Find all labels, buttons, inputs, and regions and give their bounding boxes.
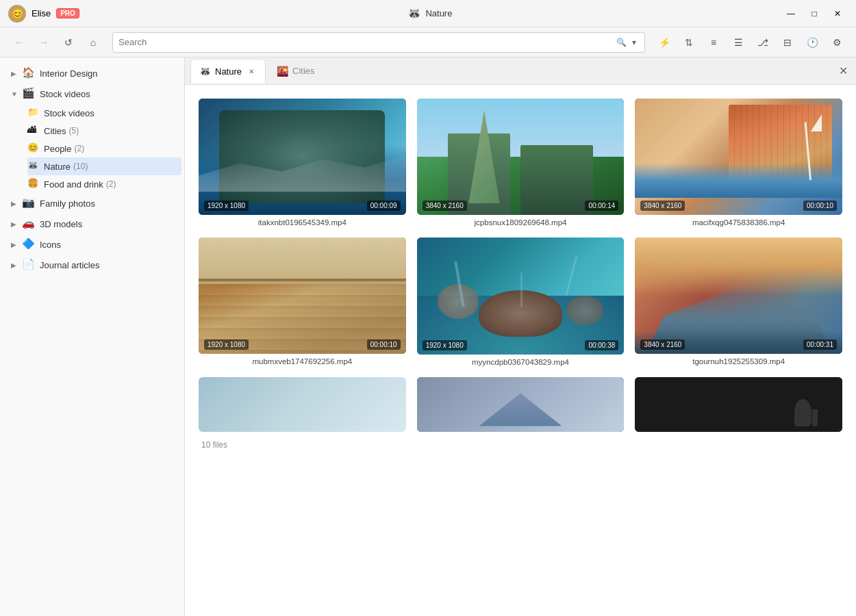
video-filename-3: macifxqg0475838386.mp4: [635, 218, 842, 227]
search-dropdown-button[interactable]: ▾: [629, 36, 639, 49]
food-drink-icon: 🍔: [27, 178, 40, 190]
journal-articles-icon: 📄: [22, 258, 36, 272]
video-filename-6: tgournuh1925255309.mp4: [635, 357, 842, 365]
sidebar-sub-item-stock-videos-folder[interactable]: 📁 Stock videos: [27, 104, 181, 122]
sidebar-item-stock-videos[interactable]: ▼ 🎬 Stock videos: [3, 84, 181, 104]
pro-badge: PRO: [56, 8, 79, 18]
tab-cities[interactable]: 🌇 Cities: [268, 59, 323, 84]
search-bar: 🔍 ▾: [112, 32, 645, 53]
minimize-button[interactable]: —: [781, 3, 801, 24]
people-icon: 😊: [27, 142, 40, 155]
thumbnail-5: 1920 x 1080 00:00:38: [417, 238, 625, 354]
chevron-right-icon-4: ▶: [11, 241, 22, 248]
tab-cities-label: Cities: [292, 66, 315, 76]
chevron-right-icon: ▶: [11, 70, 22, 77]
sidebar-item-3d-models[interactable]: ▶ 🚗 3D models: [3, 214, 181, 234]
video-duration-2: 00:00:14: [585, 201, 618, 211]
grid-item-7[interactable]: [199, 377, 406, 432]
thumbnail-9: [635, 377, 842, 432]
split-view-button[interactable]: ⊟: [777, 31, 798, 53]
grid-item-4[interactable]: 1920 x 1080 00:00:10 mubmxveb1747692256.…: [199, 238, 406, 365]
video-resolution-5: 1920 x 1080: [423, 340, 467, 350]
refresh-button[interactable]: ↺: [58, 31, 79, 53]
close-button[interactable]: ✕: [827, 3, 848, 24]
sidebar-sub-label-stock-videos-folder: Stock videos: [44, 108, 95, 118]
sidebar-sub-label-nature: Nature: [44, 162, 71, 172]
video-filename-2: jcpbsnux1809269648.mp4: [417, 218, 625, 227]
tab-nature-label: Nature: [215, 66, 242, 77]
video-preview-4: [199, 238, 406, 354]
grid-item-9[interactable]: [635, 377, 842, 432]
thumbnail-8: [417, 377, 625, 432]
video-filename-1: itakxnbt0196545349.mp4: [199, 218, 406, 227]
video-preview-5: [417, 238, 625, 354]
menu-button[interactable]: ☰: [727, 31, 749, 53]
toolbar: ← → ↺ ⌂ 🔍 ▾ ⚡ ⇅ ≡ ☰ ⎇ ⊟ 🕐 ⚙: [0, 27, 856, 57]
search-button[interactable]: 🔍: [614, 36, 629, 49]
video-duration-1: 00:00:09: [367, 201, 401, 211]
sidebar-item-journal-articles[interactable]: ▶ 📄 Journal articles: [3, 255, 181, 275]
history-button[interactable]: 🕐: [801, 31, 823, 53]
video-resolution-6: 3840 x 2160: [640, 339, 685, 350]
family-photos-icon: 📷: [22, 196, 36, 210]
video-resolution-4: 1920 x 1080: [204, 339, 249, 350]
sidebar-label-interior-design: Interior Design: [40, 68, 173, 79]
grid-item-6[interactable]: 3840 x 2160 00:00:31 tgournuh1925255309.…: [635, 238, 842, 365]
grid-item-2[interactable]: 3840 x 2160 00:00:14 jcpbsnux1809269648.…: [417, 99, 625, 227]
chevron-right-icon-5: ▶: [11, 261, 22, 269]
home-button[interactable]: ⌂: [82, 31, 104, 53]
branch-button[interactable]: ⎇: [752, 31, 774, 53]
grid-item-8[interactable]: [417, 377, 625, 432]
tab-nature-close[interactable]: ✕: [246, 66, 257, 77]
maximize-button[interactable]: □: [804, 3, 824, 24]
username-label: Elise: [32, 8, 51, 18]
video-preview-1: [199, 99, 406, 215]
sidebar-sub-item-food-drink[interactable]: 🍔 Food and drink (2): [27, 175, 181, 193]
folder-icon: 📁: [27, 107, 40, 119]
sidebar-sub-stock-videos: 📁 Stock videos 🏙 Cities (5) 😊 People (2)…: [0, 104, 184, 193]
grid-item-3[interactable]: 3840 x 2160 00:00:10 macifxqg0475838386.…: [635, 99, 842, 227]
grid-item-1[interactable]: 1920 x 1080 00:00:09 itakxnbt0196545349.…: [199, 99, 406, 227]
chevron-down-icon: ▼: [11, 90, 22, 98]
sidebar-label-family-photos: Family photos: [40, 198, 173, 209]
sidebar-item-interior-design[interactable]: ▶ 🏠 Interior Design: [3, 63, 181, 84]
app-icon: 🦝: [407, 7, 421, 20]
video-preview-6: [635, 238, 842, 354]
sort-button[interactable]: ⇅: [678, 31, 700, 53]
sidebar-cities-count: (5): [69, 126, 79, 136]
thumbnail-1: 1920 x 1080 00:00:09: [199, 99, 406, 215]
grid-item-5[interactable]: 1920 x 1080 00:00:38 myyncdpb0367043829.…: [417, 238, 625, 365]
file-count: 10 files: [199, 440, 842, 450]
lightning-button[interactable]: ⚡: [653, 31, 675, 53]
forward-button[interactable]: →: [33, 31, 55, 53]
sidebar-item-family-photos[interactable]: ▶ 📷 Family photos: [3, 193, 181, 214]
sidebar-sub-item-nature[interactable]: 🦝 Nature (10): [27, 157, 181, 175]
thumbnail-4: 1920 x 1080 00:00:10: [199, 238, 406, 354]
panel-close-button[interactable]: ✕: [836, 62, 851, 80]
settings-button[interactable]: ⚙: [826, 31, 848, 53]
chevron-right-icon-2: ▶: [11, 200, 22, 207]
video-filename-4: mubmxveb1747692256.mp4: [199, 357, 406, 365]
sidebar-label-stock-videos: Stock videos: [40, 89, 173, 99]
sidebar-sub-item-cities[interactable]: 🏙 Cities (5): [27, 122, 181, 140]
title-bar-right: — □ ✕: [781, 3, 848, 24]
sidebar-people-count: (2): [74, 144, 84, 153]
sidebar-label-icons: Icons: [40, 240, 173, 250]
avatar: 😊: [8, 5, 26, 23]
tab-nature[interactable]: 🦝 Nature ✕: [190, 59, 266, 84]
video-resolution-3: 3840 x 2160: [640, 201, 685, 211]
nature-icon: 🦝: [27, 160, 40, 172]
list-view-button[interactable]: ≡: [703, 31, 725, 53]
sidebar-sub-label-cities: Cities: [44, 126, 66, 136]
video-duration-5: 00:00:38: [585, 340, 618, 350]
search-input[interactable]: [118, 37, 614, 47]
sidebar-item-icons[interactable]: ▶ 🔷 Icons: [3, 234, 181, 255]
back-button[interactable]: ←: [8, 31, 30, 53]
sidebar-sub-item-people[interactable]: 😊 People (2): [27, 140, 181, 157]
tabs-bar: 🦝 Nature ✕ 🌇 Cities ✕: [185, 57, 856, 85]
title-bar: 😊 Elise PRO 🦝 Nature — □ ✕: [0, 0, 856, 27]
app-title: Nature: [425, 8, 452, 18]
video-duration-3: 00:00:10: [803, 201, 837, 211]
main-layout: ▶ 🏠 Interior Design ▼ 🎬 Stock videos 📁 S…: [0, 57, 856, 616]
video-duration-4: 00:00:10: [367, 339, 401, 350]
